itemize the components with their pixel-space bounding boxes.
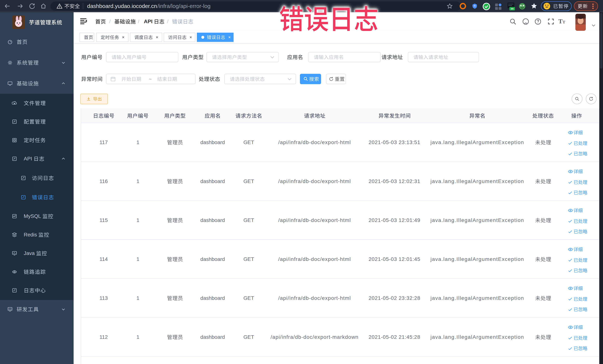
svg-text:on: on [511, 7, 514, 10]
